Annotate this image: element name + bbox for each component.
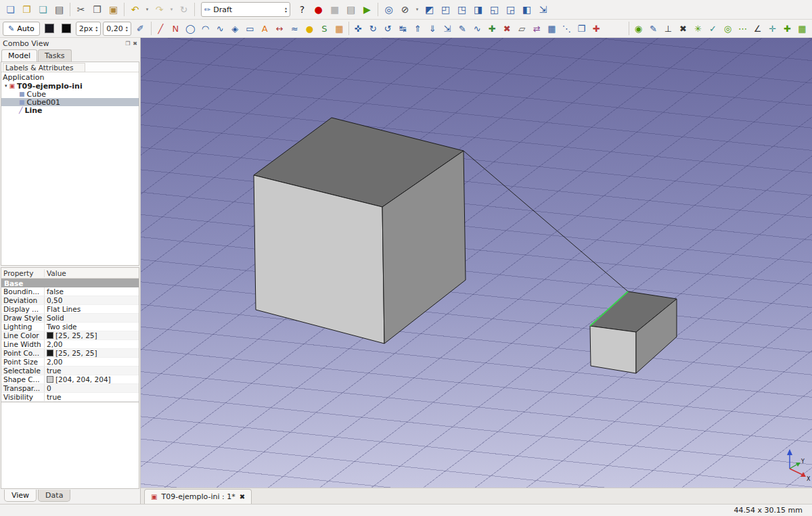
snap-dimensions-button[interactable]: ⋯: [736, 22, 750, 36]
view-front-button[interactable]: ◰: [438, 2, 453, 17]
property-row[interactable]: Display ... Flat Lines: [1, 305, 139, 314]
macro-stop-button[interactable]: ■: [327, 2, 342, 17]
draft-shapestring-button[interactable]: S: [317, 22, 332, 36]
draft-point-button[interactable]: ●: [302, 22, 317, 36]
copy-button[interactable]: ❐: [89, 2, 105, 17]
draft-upgrade-button[interactable]: ⇑: [411, 22, 425, 36]
draft-path-array-button[interactable]: ⋱: [560, 22, 574, 36]
view-bottom-button[interactable]: ◲: [503, 2, 518, 17]
property-row[interactable]: Transpar... 0: [1, 384, 139, 393]
snap-special-button[interactable]: ✳: [691, 22, 705, 36]
refresh-button[interactable]: ↻: [176, 2, 191, 17]
view-top-button[interactable]: ◳: [454, 2, 470, 17]
property-row[interactable]: Selectable true: [1, 367, 139, 375]
macro-record-button[interactable]: ●: [311, 2, 326, 17]
property-row[interactable]: Lighting Two side: [1, 323, 139, 331]
snap-perpendicular-button[interactable]: ⊥: [661, 22, 675, 36]
redo-button[interactable]: ↷: [152, 2, 167, 17]
combo-view-tab[interactable]: Model: [1, 49, 37, 62]
document-tab[interactable]: ▣ T09-ejemplo-ini : 1* ✖: [144, 489, 252, 504]
expander-icon[interactable]: ▾: [5, 83, 7, 89]
snap-grid-button[interactable]: ▦: [795, 22, 809, 36]
property-row[interactable]: Line Width 2,00: [1, 340, 139, 349]
construction-mode-toggle[interactable]: ✐: [133, 22, 148, 36]
cut-button[interactable]: ✂: [73, 2, 89, 17]
save-document-button[interactable]: ❏: [35, 2, 51, 17]
float-panel-button[interactable]: ❐: [125, 41, 130, 47]
property-row[interactable]: Point Size 2,00: [1, 358, 139, 367]
property-row[interactable]: Boundin... false: [1, 287, 139, 296]
tree-item[interactable]: ╱ Line: [1, 106, 139, 114]
working-plane-button[interactable]: ✎ Auto: [3, 22, 40, 36]
snap-ortho-button[interactable]: ✛: [765, 22, 780, 36]
property-row[interactable]: Point Co... [25, 25, 25]: [1, 349, 139, 358]
draft-edit-button[interactable]: ✎: [455, 22, 470, 36]
draft-move-button[interactable]: ✜: [351, 22, 365, 36]
draft-shape2d-view-button[interactable]: ▱: [515, 22, 529, 36]
tree-item-document[interactable]: ▾ ▣ T09-ejemplo-ini: [1, 82, 139, 90]
property-row[interactable]: Deviation 0,50: [1, 296, 139, 305]
draft-arc-button[interactable]: ◠: [198, 22, 212, 36]
close-tab-icon[interactable]: ✖: [240, 493, 245, 500]
snap-near-button[interactable]: ✓: [706, 22, 720, 36]
snap-extension-button[interactable]: ✚: [780, 22, 794, 36]
view-axonometric-button[interactable]: ◩: [422, 2, 437, 17]
cube001-object[interactable]: [590, 291, 677, 373]
workbench-selector[interactable]: ✏ Draft ▴▾: [201, 2, 290, 17]
line-object[interactable]: [464, 151, 628, 291]
view-right-button[interactable]: ◨: [470, 2, 486, 17]
face-color-swatch-button[interactable]: [59, 22, 74, 36]
draft-rotate-button[interactable]: ↻: [366, 22, 380, 36]
draft-line-button[interactable]: ╱: [154, 22, 168, 36]
draft-trimex-button[interactable]: ↹: [396, 22, 410, 36]
draft-scale-button[interactable]: ⇲: [441, 22, 455, 36]
tree-root-application[interactable]: Application: [1, 73, 139, 82]
tree-item[interactable]: ■ Cube001: [1, 98, 139, 106]
fit-all-button[interactable]: ◎: [381, 2, 397, 17]
combo-view-tab[interactable]: Tasks: [38, 49, 71, 62]
property-group-base[interactable]: Base: [1, 279, 139, 287]
paste-button[interactable]: ▣: [106, 2, 121, 17]
draft-bezier-button[interactable]: ≈: [288, 22, 302, 36]
print-button[interactable]: ▤: [51, 2, 67, 17]
line-color-swatch-button[interactable]: [42, 22, 57, 36]
macro-edit-button[interactable]: ▤: [343, 2, 359, 17]
new-document-button[interactable]: ❏: [3, 2, 18, 17]
close-panel-button[interactable]: ✖: [133, 41, 137, 47]
tree-item[interactable]: ■ Cube: [1, 90, 139, 98]
draft-wire-to-bspline-button[interactable]: ∿: [470, 22, 484, 36]
property-row[interactable]: Shape C... [204, 204, 204]: [1, 375, 139, 384]
property-view-tab[interactable]: View: [4, 490, 37, 502]
draft-wire-button[interactable]: N: [168, 22, 183, 36]
3d-scene[interactable]: Y X: [141, 38, 812, 488]
snap-angle-button[interactable]: ∠: [750, 22, 765, 36]
macro-execute-button[interactable]: ▶: [359, 2, 375, 17]
open-document-button[interactable]: ❐: [19, 2, 35, 17]
draft-add-point-button[interactable]: ✚: [485, 22, 499, 36]
undo-button[interactable]: ↶: [127, 2, 143, 17]
view-rear-button[interactable]: ◱: [487, 2, 502, 17]
draft-downgrade-button[interactable]: ⇓: [426, 22, 440, 36]
draft-bspline-button[interactable]: ∿: [213, 22, 227, 36]
draft-offset-button[interactable]: ↺: [381, 22, 395, 36]
redo-menu-button[interactable]: ▾: [168, 2, 175, 17]
draft-to-sketch-button[interactable]: ⇄: [530, 22, 544, 36]
draft-rectangle-button[interactable]: ▭: [243, 22, 257, 36]
draft-heal-button[interactable]: ✚: [589, 22, 604, 36]
view-left-button[interactable]: ◧: [519, 2, 535, 17]
draft-dimension-button[interactable]: ↔: [273, 22, 287, 36]
draft-circle-button[interactable]: ◯: [183, 22, 198, 36]
property-row[interactable]: Draw Style Solid: [1, 314, 139, 323]
cube-object[interactable]: [254, 118, 466, 344]
draft-facebinder-button[interactable]: ▦: [332, 22, 346, 36]
draw-style-button[interactable]: ⊘: [397, 2, 413, 17]
draft-clone-button[interactable]: ❐: [574, 22, 589, 36]
snap-intersection-button[interactable]: ✖: [676, 22, 690, 36]
whats-this-button[interactable]: ?: [294, 2, 310, 17]
property-row[interactable]: Line Color [25, 25, 25]: [1, 331, 139, 340]
line-width-select[interactable]: 2px ▴▾: [76, 22, 102, 36]
undo-menu-button[interactable]: ▾: [143, 2, 151, 17]
measure-distance-button[interactable]: ⇲: [535, 2, 551, 17]
draw-style-menu-button[interactable]: ▾: [413, 2, 421, 17]
snap-center-button[interactable]: ◎: [721, 22, 735, 36]
